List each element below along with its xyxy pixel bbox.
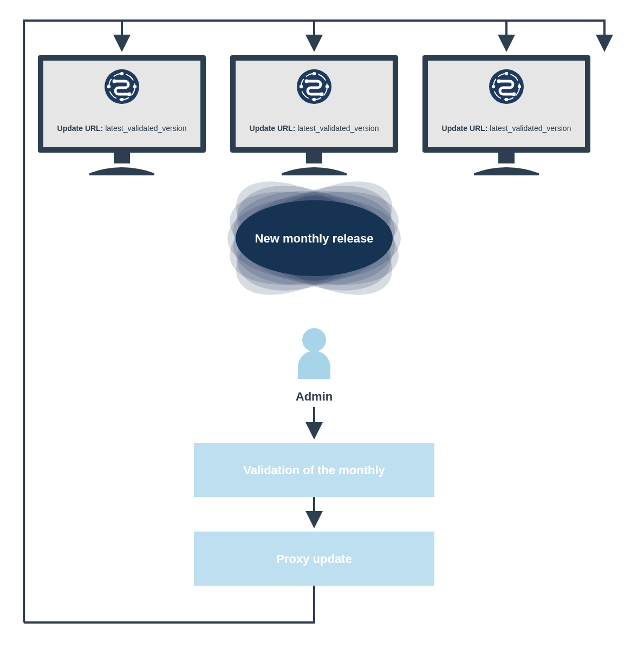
monitor-3: Update URL: latest_validated_version: [422, 55, 590, 175]
svg-text:Update URL: latest_validated_v: Update URL: latest_validated_version: [57, 124, 187, 133]
admin-icon: [298, 328, 330, 379]
release-cloud-label: New monthly release: [255, 232, 374, 245]
svg-text:Update URL: latest_validated_v: Update URL: latest_validated_version: [442, 124, 571, 133]
monitor-1-label-prefix: Update URL:: [57, 124, 106, 133]
monitor-1-label-value: latest_validated_version: [105, 124, 186, 133]
monitor-1: Update URL: latest_validated_version: [38, 55, 206, 175]
monitor-2-label-value: latest_validated_version: [297, 124, 379, 133]
admin-label: Admin: [296, 390, 333, 403]
proxy-box: Proxy update: [194, 532, 434, 586]
monitor-2: Update URL: latest_validated_version: [230, 55, 398, 175]
monitor-3-label-prefix: Update URL:: [442, 124, 490, 133]
proxy-to-bus: [24, 586, 314, 622]
monitor-3-label-value: latest_validated_version: [490, 124, 571, 133]
monitor-2-label-prefix: Update URL:: [250, 124, 298, 133]
diagram-canvas: Update URL: latest_validated_version Upd…: [0, 0, 644, 662]
validation-box: Validation of the monthly: [194, 443, 434, 497]
svg-text:Update URL: latest_validated_v: Update URL: latest_validated_version: [250, 124, 379, 133]
release-cloud: New monthly release: [218, 158, 410, 318]
proxy-box-label: Proxy update: [276, 552, 352, 566]
validation-box-label: Validation of the monthly: [243, 463, 385, 477]
